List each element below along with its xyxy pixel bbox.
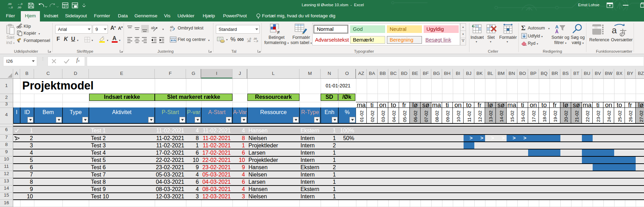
svg-text:Å: Å [555,29,559,34]
svg-text:→,0: →,0 [8,6,13,9]
svg-text:→,0: →,0 [253,40,258,42]
svg-text:←,0: ←,0 [17,2,23,6]
svg-text:a: a [612,25,617,35]
svg-text:A: A [555,24,559,29]
svg-text:,00: ,00 [8,2,12,6]
svg-text:,00: ,00 [17,6,22,9]
svg-text:ab: ab [151,26,155,30]
svg-text:,00: ,00 [247,40,251,42]
svg-text:≠: ≠ [277,29,280,35]
svg-text:c: c [170,28,172,32]
